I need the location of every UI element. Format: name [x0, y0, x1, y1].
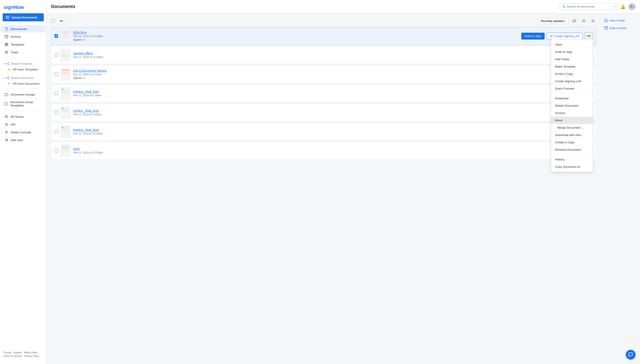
- menu-item-copy-id[interactable]: Copy Document Id: [551, 163, 593, 170]
- whats-new-link[interactable]: What's New: [24, 351, 37, 354]
- topbar: Documents 🔍 ▾ 🔔 ▾: [47, 0, 640, 13]
- table-row[interactable]: Get a Document Signed Dec 21, 2020 at 8:…: [51, 65, 596, 83]
- select-all-checkbox[interactable]: [51, 19, 55, 23]
- menu-item-move[interactable]: Move: [551, 117, 593, 124]
- sidebar-item-templates[interactable]: Templates: [1, 41, 46, 48]
- svg-rect-56: [62, 91, 69, 92]
- search-box[interactable]: 🔍 ▾: [559, 3, 617, 10]
- sidebar-item-add-user[interactable]: Add User: [1, 136, 46, 144]
- sidebar-item-archive[interactable]: Archive: [1, 33, 46, 40]
- toolbar-left: All ▾: [51, 18, 67, 24]
- menu-item-open[interactable]: Open: [551, 41, 593, 48]
- filter-dropdown[interactable]: All ▾: [57, 18, 67, 24]
- doc-thumbnail: [61, 49, 71, 61]
- bulk-archive-button[interactable]: Bulk Archive: [604, 25, 635, 31]
- invite-to-sign-button[interactable]: Invite to Sign: [521, 33, 545, 40]
- menu-item-archive[interactable]: Archive: [551, 109, 593, 117]
- search-dropdown-arrow[interactable]: ▾: [613, 5, 615, 8]
- view-toggle-button[interactable]: [589, 18, 596, 24]
- table-row[interactable]: invoice_ final_Acer Feb 12, 2019 at 1:02…: [51, 104, 596, 121]
- doc-date: Feb 12, 2019 at 2:18pm: [73, 94, 567, 97]
- menu-item-email-copy[interactable]: Email a Copy: [551, 70, 593, 78]
- table-row[interactable]: NDA form Feb 16, 2021 at 12:49pm Signers…: [51, 27, 596, 45]
- doc-thumbnail: [61, 68, 71, 80]
- sidebar-item-teams[interactable]: 88 Teams: [1, 113, 46, 120]
- menu-item-add-fields[interactable]: Add Fields: [551, 56, 593, 63]
- sidebar-item-doc-groups[interactable]: Document Groups: [1, 91, 46, 98]
- menu-item-rename-doc[interactable]: Rename Document: [551, 146, 593, 153]
- menu-item-download[interactable]: Download: [551, 95, 593, 102]
- folder-icon: 📁: [8, 68, 11, 71]
- sidebar-sub-hr-templates[interactable]: 📁 HR team Templates: [0, 66, 47, 73]
- table-row[interactable]: Sample offline Dec 21, 2020 at 11:03pm I…: [51, 46, 596, 64]
- menu-item-delete-doc[interactable]: Delete Document: [551, 102, 593, 109]
- doc-signers: Signers: 1: [73, 76, 555, 80]
- svg-rect-61: [64, 108, 69, 108]
- shared-documents-section[interactable]: ▾ Shared Documents: [0, 74, 47, 80]
- menu-item-invite-sign[interactable]: Invite to Sign: [551, 48, 593, 56]
- refresh-button[interactable]: [571, 18, 578, 24]
- sort-dropdown[interactable]: Recently Updated ▾: [538, 18, 568, 24]
- row-checkbox[interactable]: [55, 130, 58, 133]
- chat-bubble-button[interactable]: [626, 350, 635, 360]
- row-checkbox[interactable]: [55, 111, 58, 114]
- menu-item-quick-preview[interactable]: Quick Preview: [551, 85, 593, 92]
- search-input[interactable]: [567, 5, 611, 8]
- new-folder-button[interactable]: New Folder: [604, 18, 635, 23]
- doc-name[interactable]: NDA form: [73, 31, 519, 34]
- doc-groups-icon: [5, 93, 9, 96]
- doc-thumbnail: [61, 106, 71, 118]
- svg-rect-70: [62, 146, 68, 147]
- doc-info: invoice_ final_Acer Feb 12, 2019 at 12:5…: [73, 128, 567, 135]
- content-area: All ▾ Recently Updated ▾: [47, 13, 640, 364]
- row-checkbox[interactable]: [55, 149, 58, 152]
- more-options-button[interactable]: •••: [584, 32, 593, 40]
- doc-name[interactable]: invoice_ final_Acer: [73, 128, 567, 132]
- sidebar-item-trash[interactable]: Trash: [1, 48, 46, 56]
- upload-documents-button[interactable]: Upload Documents: [3, 13, 44, 21]
- terms-link[interactable]: Terms of Service: [4, 355, 22, 357]
- notification-bell-icon[interactable]: 🔔: [620, 4, 625, 9]
- row-checkbox[interactable]: [55, 53, 58, 57]
- sidebar-item-admin[interactable]: Admin Console: [1, 128, 46, 136]
- sidebar-sub-hr-documents[interactable]: 📁 HR team Documents: [0, 80, 47, 87]
- menu-item-download-hist[interactable]: Download with Hist...: [551, 131, 593, 139]
- svg-rect-1: [5, 35, 8, 36]
- row-checkbox[interactable]: [55, 34, 58, 38]
- doc-name[interactable]: invoice_ final_Acer: [73, 90, 567, 93]
- svg-rect-39: [62, 34, 69, 34]
- divider: [3, 58, 44, 58]
- table-row[interactable]: NDA Feb 12, 2019 at 12:33pm Invite to Si…: [51, 142, 596, 160]
- doc-name[interactable]: invoice_ final_Acer: [73, 109, 567, 112]
- create-signing-link-button[interactable]: Create Signing Link: [546, 33, 583, 40]
- user-avatar[interactable]: ▾: [628, 3, 635, 10]
- doc-name[interactable]: NDA: [73, 147, 567, 151]
- app-logo: signNow: [0, 0, 47, 13]
- pricing-link[interactable]: Pricing: [4, 351, 11, 354]
- shared-templates-section[interactable]: ▾ Shared Templates: [0, 60, 47, 66]
- sidebar-item-api[interactable]: API: [1, 121, 46, 128]
- menu-item-make-template[interactable]: Make Template: [551, 63, 593, 70]
- sidebar-item-doc-group-templates[interactable]: Document Group Templates: [1, 98, 46, 109]
- doc-name[interactable]: Get a Document Signed: [73, 69, 555, 72]
- table-row[interactable]: invoice_ final_Acer Feb 12, 2019 at 12:5…: [51, 123, 596, 140]
- sort-options-button[interactable]: [580, 18, 587, 24]
- doc-date: Dec 21, 2020 at 11:03pm: [73, 56, 567, 59]
- page-title: Documents: [51, 4, 75, 9]
- svg-rect-47: [62, 57, 68, 57]
- menu-item-history[interactable]: History: [551, 156, 593, 163]
- menu-item-merge-doc[interactable]: Merge Document ...: [551, 124, 593, 131]
- table-row[interactable]: invoice_ final_Acer Feb 12, 2019 at 2:18…: [51, 84, 596, 102]
- doc-name[interactable]: Sample offline: [73, 52, 567, 55]
- row-checkbox[interactable]: [55, 72, 58, 76]
- svg-rect-44: [62, 51, 66, 54]
- menu-item-create-copy[interactable]: Create a Copy: [551, 139, 593, 146]
- support-link[interactable]: Support: [13, 351, 22, 354]
- folder-icon: 📁: [8, 82, 11, 85]
- doc-signers: Signers: 1: [73, 38, 519, 41]
- privacy-link[interactable]: Privacy Policy: [24, 355, 39, 357]
- row-checkbox[interactable]: [55, 92, 58, 95]
- sidebar-item-documents[interactable]: Documents: [1, 25, 46, 33]
- svg-rect-42: [62, 38, 69, 38]
- menu-item-create-signing-link[interactable]: Create Signing Link: [551, 78, 593, 85]
